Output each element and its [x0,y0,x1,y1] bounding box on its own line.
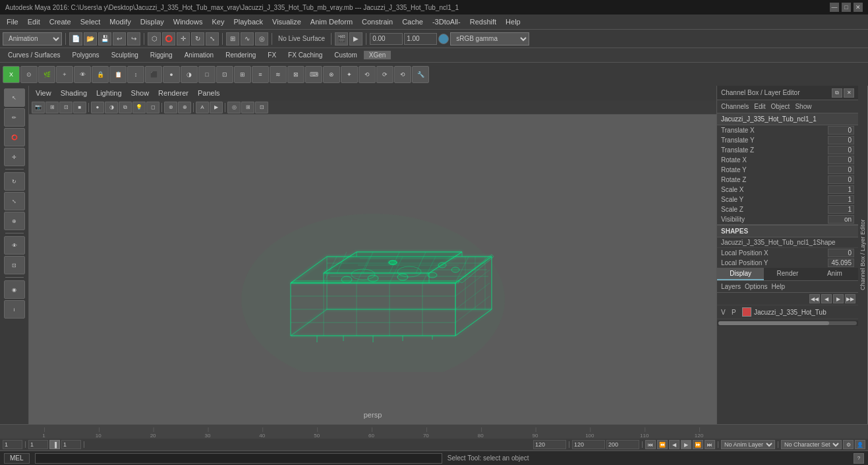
info-tool-btn[interactable]: i [4,300,25,319]
lasso-tool[interactable]: ⭕ [162,32,175,46]
mod-fx-caching[interactable]: FX Caching [283,51,328,59]
command-line[interactable] [35,453,442,464]
xgen-icon-3[interactable]: 🌿 [38,66,55,83]
xgen-icon-5[interactable]: 👁 [74,66,91,83]
frame-3[interactable] [61,440,81,449]
tab-render[interactable]: Render [764,268,811,280]
xgen-icon-18[interactable]: ⌨ [305,66,322,83]
char-settings-btn[interactable]: 👤 [855,440,865,449]
paint-tool-btn[interactable]: ✏ [4,108,25,127]
vp-shadow-btn[interactable]: ◻ [146,102,159,113]
xgen-icon-14[interactable]: ⊞ [234,66,251,83]
layer-back-btn[interactable]: ◀ [821,294,832,303]
mod-sculpting[interactable]: Sculpting [106,51,144,59]
skip-end-btn[interactable]: ⏭ [705,440,715,449]
help-line-btn[interactable]: ? [854,453,864,464]
layer-scrollbar[interactable] [717,321,858,326]
xgen-icon-9[interactable]: ⬛ [145,66,162,83]
color-swatch[interactable] [438,34,449,44]
close-button[interactable]: ✕ [854,3,863,12]
frame-slider[interactable]: ▐ [49,440,60,449]
snap-point[interactable]: ◎ [255,32,268,46]
mod-rendering[interactable]: Rendering [220,51,261,59]
transform-tool-btn[interactable]: ⊕ [4,212,25,230]
xgen-icon-8[interactable]: ↕ [127,66,144,83]
anim-settings-btn[interactable]: ⚙ [843,440,854,449]
channel-box-side-tab[interactable]: Channel Box / Layer Editor [858,86,868,424]
select-tool-btn[interactable]: ↖ [4,88,25,107]
menu-file[interactable]: File [3,16,22,27]
playback-end-input[interactable] [572,440,605,449]
color-input[interactable] [370,33,403,45]
scroll-thumb[interactable] [718,321,829,325]
xgen-icon-12[interactable]: □ [198,66,216,83]
max-end-input[interactable] [606,440,639,449]
frame-current-2[interactable] [28,440,48,449]
menu-anim-deform[interactable]: Anim Deform [306,16,357,27]
vp-motion-btn[interactable]: ▶ [210,102,223,113]
ipr-btn[interactable]: ▶ [349,32,362,46]
rotate-tool-btn[interactable]: ↻ [4,172,25,191]
vp-isolate-btn[interactable]: ◎ [227,102,241,113]
scale-tool[interactable]: ⤡ [206,32,219,46]
scale-input[interactable] [404,33,437,45]
xgen-icon-16[interactable]: ≋ [270,66,287,83]
menu-create[interactable]: Create [45,16,75,27]
play-back-btn[interactable]: ◀ [669,440,680,449]
menu-windows[interactable]: Windows [169,16,207,27]
redo-button[interactable]: ↪ [127,32,140,46]
end-frame-input[interactable] [533,440,566,449]
mode-dropdown[interactable]: Animation [3,32,62,46]
xgen-icon-17[interactable]: ⊠ [287,66,304,83]
maximize-button[interactable]: □ [842,3,851,12]
vp-tex-btn[interactable]: ⧉ [119,102,132,113]
layer-fwd-btn[interactable]: ▶ [833,294,844,303]
mod-custom[interactable]: Custom [329,51,362,59]
vp-xray-btn[interactable]: ⊗ [164,102,177,113]
xgen-icon-15[interactable]: ≡ [252,66,269,83]
vp-manip-btn[interactable]: ⊕ [178,102,191,113]
xgen-icon-7[interactable]: 📋 [109,66,127,83]
save-scene-button[interactable]: 💾 [98,32,111,46]
vp-wireframe-btn[interactable]: ⊡ [59,102,72,113]
xgen-icon-4[interactable]: + [56,66,73,83]
vp-quality-btn[interactable]: ● [91,102,104,113]
menu-visualize[interactable]: Visualize [268,16,305,27]
menu-edit[interactable]: Edit [24,16,44,27]
undo-button[interactable]: ↩ [113,32,126,46]
select-tool[interactable]: ⬡ [148,32,161,46]
vp-menu-view[interactable]: View [32,88,55,98]
menu-redshift[interactable]: Redshift [466,16,500,27]
menu-layers[interactable]: Layers [721,283,741,290]
render-btn[interactable]: 🎬 [335,32,348,46]
vp-grid-toggle[interactable]: ⊞ [241,102,254,113]
new-scene-button[interactable]: 📄 [69,32,82,46]
mod-rigging[interactable]: Rigging [145,51,178,59]
mod-polygons[interactable]: Polygons [67,51,104,59]
rotate-tool[interactable]: ↻ [191,32,204,46]
menu-constrain[interactable]: Constrain [358,16,397,27]
mod-fx[interactable]: FX [262,51,281,59]
vp-menu-show[interactable]: Show [127,88,154,98]
vp-lights-btn[interactable]: 💡 [132,102,146,113]
vp-shading-btn[interactable]: ◑ [105,102,118,113]
vp-solid-btn[interactable]: ■ [73,102,86,113]
step-back-btn[interactable]: ⏪ [657,440,668,449]
char-set-dropdown[interactable]: No Character Set [781,440,842,449]
current-frame-input[interactable] [3,440,22,449]
menu-select[interactable]: Select [76,16,105,27]
menu-modify[interactable]: Modify [105,16,134,27]
xgen-icon-2[interactable]: ⊙ [20,66,38,83]
panel-float-btn[interactable]: ⧉ [832,88,842,98]
lasso-tool-btn[interactable]: ⭕ [4,128,25,146]
layer-prev-btn[interactable]: ◀◀ [809,294,820,303]
menu-playback[interactable]: Playback [229,16,267,27]
gamma-dropdown[interactable]: sRGB gamma [450,32,529,46]
menu-show-ch[interactable]: Show [795,103,811,110]
view-tool-btn[interactable]: 👁 [4,236,25,255]
xgen-icon-10[interactable]: ● [163,66,180,83]
open-scene-button[interactable]: 📂 [84,32,97,46]
snap-curve[interactable]: ∿ [241,32,254,46]
move-tool-btn[interactable]: ✛ [4,148,25,166]
menu-edit-ch[interactable]: Edit [754,103,765,110]
